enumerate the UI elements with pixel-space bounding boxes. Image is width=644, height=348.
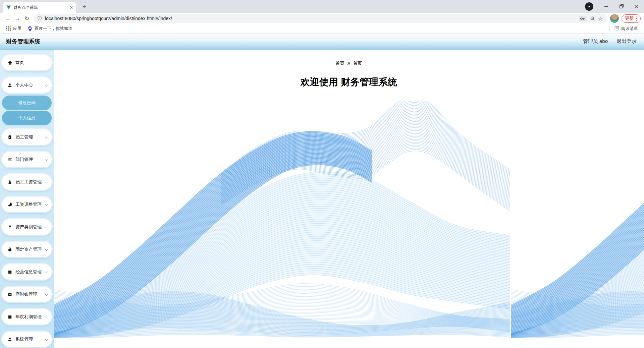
url-text[interactable]: localhost:8080/springbootqc6r2/admin/dis…: [45, 16, 576, 21]
sidebar-item-personal-center[interactable]: 个人中心: [2, 77, 52, 93]
page-info-icon[interactable]: ⓘ: [38, 15, 42, 21]
welcome-title: 欢迎使用 财务管理系统: [54, 76, 644, 89]
chrome-update-button[interactable]: 更新: [622, 14, 641, 23]
breadcrumb: 首页 // 首页: [54, 60, 644, 66]
reload-button[interactable]: ↻: [22, 14, 32, 23]
sidebar-item-home[interactable]: 首页: [2, 55, 52, 70]
chevron-down-icon: [45, 315, 48, 318]
restore-icon: [620, 4, 624, 8]
baidu-paw-icon: [28, 26, 33, 32]
chevron-down-icon: [45, 247, 48, 251]
browser-toolbar: ← → ↻ ⓘ localhost:8080/springbootqc6r2/a…: [0, 13, 644, 24]
bookmarks-bar: 应用 百度一下，你就知道 阅读清单: [0, 24, 644, 34]
forward-button[interactable]: →: [13, 14, 22, 23]
chevron-down-icon: [45, 202, 48, 206]
zoom-out-icon[interactable]: [590, 16, 595, 21]
list-icon: [7, 158, 12, 162]
sidebar-item-annual-profit[interactable]: 年度利润管理: [2, 309, 52, 325]
breadcrumb-current[interactable]: 首页: [353, 61, 362, 66]
logout-link[interactable]: 退出登录: [616, 38, 637, 45]
sidebar-item-label: 部门管理: [15, 157, 42, 163]
sidebar-item-label: 资产类别管理: [15, 224, 42, 230]
bookmark-baidu[interactable]: 百度一下，你就知道: [25, 26, 74, 32]
new-tab-button[interactable]: +: [80, 2, 89, 11]
breadcrumb-home[interactable]: 首页: [336, 61, 344, 66]
breadcrumb-separator: //: [347, 61, 350, 66]
chevron-down-icon: [45, 180, 48, 183]
bookmark-star-icon[interactable]: ☆: [598, 15, 603, 22]
tab-close-icon[interactable]: ✕: [69, 5, 73, 10]
sidebar-subitem-personal-info[interactable]: 个人信息: [2, 111, 52, 125]
sidebar-item-label: 经营信息管理: [15, 269, 42, 275]
wave-graphic: [54, 101, 644, 338]
sidebar-item-label: 系统管理: [15, 336, 42, 342]
chevron-down-icon: [45, 337, 48, 341]
user-icon: [7, 337, 12, 342]
sidebar-item-label: 个人中心: [15, 82, 42, 88]
restore-button[interactable]: [614, 0, 629, 13]
employee-badge-icon: [7, 180, 12, 184]
chevron-down-icon: [45, 270, 48, 273]
main-content: 首页 // 首页 欢迎使用 财务管理系统: [54, 50, 644, 348]
lock-icon: [7, 247, 12, 252]
wave-tile-repeat: [511, 101, 644, 338]
chevron-down-icon: [45, 135, 48, 138]
pie-chart-icon: [7, 202, 12, 207]
password-key-icon[interactable]: [579, 16, 587, 21]
sidebar-item-department-management[interactable]: 部门管理: [2, 152, 52, 167]
close-button[interactable]: ×: [629, 0, 644, 13]
chevron-down-icon: [45, 225, 48, 228]
tab-title: 财务管理系统: [13, 5, 67, 10]
grid-icon: [7, 315, 12, 319]
flag-icon: [7, 225, 12, 229]
current-user-label: 管理员 abo: [583, 38, 608, 45]
sidebar-item-employee-management[interactable]: 员工管理: [2, 129, 52, 145]
browser-titlebar: 财务管理系统 ✕ + ▾ ×: [0, 0, 644, 13]
chevron-down-icon: [45, 83, 48, 86]
chevron-down-icon: [45, 292, 48, 296]
browser-menu-icon[interactable]: [636, 16, 637, 21]
browser-tab[interactable]: 财务管理系统 ✕: [3, 2, 76, 13]
sidebar-item-label: 年度利润管理: [15, 314, 42, 320]
grid-icon: [7, 270, 12, 274]
update-label: 更新: [625, 15, 634, 21]
sidebar-item-salary-adjustment[interactable]: 工资调整管理: [2, 197, 52, 212]
back-button[interactable]: ←: [3, 14, 13, 23]
user-icon: [7, 83, 12, 88]
clipboard-check-icon: [7, 135, 12, 139]
sidebar-item-asset-category[interactable]: 资产类别管理: [2, 219, 52, 235]
app-title: 财务管理系统: [0, 38, 40, 45]
vue-favicon-icon: [6, 5, 11, 10]
sidebar-item-label: 首页: [15, 60, 48, 66]
address-bar[interactable]: ⓘ localhost:8080/springbootqc6r2/admin/d…: [34, 14, 607, 23]
bookmark-label: 应用: [13, 26, 21, 32]
chevron-down-icon: [45, 158, 48, 161]
reading-list-label: 阅读清单: [621, 26, 638, 32]
media-controls-button[interactable]: ▾: [585, 2, 593, 11]
sidebar-item-fixed-assets[interactable]: 固定资产管理: [2, 242, 52, 257]
close-icon: ×: [635, 4, 638, 9]
sidebar-item-label: 序时账管理: [15, 291, 42, 297]
profile-avatar[interactable]: [610, 14, 619, 23]
sidebar-nav: 首页 个人中心 修改密码 个人信息 员工管理 部门管理: [0, 50, 54, 348]
sidebar-subitem-change-password[interactable]: 修改密码: [2, 96, 52, 110]
sidebar-item-label: 员工工资管理: [15, 179, 42, 185]
home-icon: [7, 60, 12, 65]
reading-list-icon: [614, 26, 619, 32]
minimize-icon: [604, 6, 608, 7]
sidebar-item-label: 员工管理: [15, 134, 42, 140]
reading-list-button[interactable]: 阅读清单: [612, 26, 640, 32]
bookmark-label: 百度一下，你就知道: [35, 26, 72, 32]
bookmark-apps[interactable]: 应用: [4, 26, 23, 32]
trend-chart-icon: [7, 292, 12, 297]
apps-grid-icon: [6, 26, 11, 31]
sidebar-item-business-info[interactable]: 经营信息管理: [2, 264, 52, 280]
wave-tile-main: [54, 101, 510, 338]
divider: [609, 26, 610, 32]
sidebar-item-label: 工资调整管理: [15, 201, 42, 208]
minimize-button[interactable]: [599, 0, 614, 13]
sidebar-item-journal[interactable]: 序时账管理: [2, 287, 52, 302]
sidebar-item-system-management[interactable]: 系统管理: [2, 332, 52, 347]
app-header: 财务管理系统 管理员 abo 退出登录: [0, 34, 644, 50]
sidebar-item-employee-salary[interactable]: 员工工资管理: [2, 174, 52, 190]
